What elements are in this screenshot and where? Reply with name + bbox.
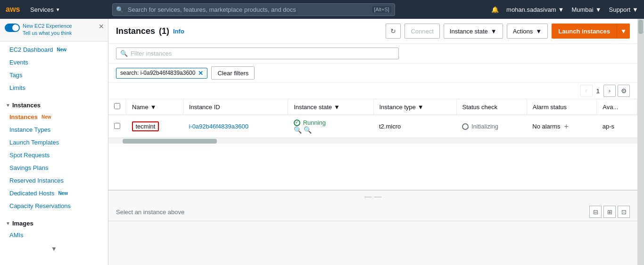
instance-type-value: t2.micro <box>379 123 401 130</box>
scrollbar-thumb[interactable] <box>638 20 643 34</box>
experience-text: New EC2 Experience Tell us what you thin… <box>23 23 72 37</box>
sidebar-item-spot-requests[interactable]: Spot Requests <box>0 149 108 161</box>
table-settings-button[interactable]: ⚙ <box>618 85 630 97</box>
select-all-header <box>108 99 126 115</box>
sidebar-item-instance-types[interactable]: Instance Types <box>0 123 108 136</box>
pagination-next-button[interactable]: › <box>603 85 616 97</box>
sidebar-section-instances[interactable]: ▼ Instances <box>0 98 108 111</box>
initializing-status: Initializing <box>462 123 521 130</box>
sidebar: New EC2 Experience Tell us what you thin… <box>0 19 108 265</box>
zoom-in-icon[interactable]: 🔍 <box>294 126 302 134</box>
actions-chevron-icon: ▼ <box>536 28 542 35</box>
actions-button[interactable]: Actions ▼ <box>507 24 548 39</box>
region-menu[interactable]: Mumbai ▼ <box>571 6 601 13</box>
main-content: Instances (1) Info ↻ Connect Instance st… <box>108 19 637 265</box>
row-checkbox[interactable] <box>114 123 120 129</box>
clear-filters-button[interactable]: Clear filters <box>211 66 255 80</box>
instance-state-sort-icon[interactable]: ▼ <box>334 104 340 111</box>
horizontal-scrollbar[interactable] <box>108 138 637 144</box>
ec2-dashboard-badge: New <box>57 47 67 52</box>
sidebar-instances-section: ▼ Instances Instances New Instance Types… <box>0 96 108 214</box>
sidebar-item-ec2-dashboard[interactable]: EC2 Dashboard New <box>0 43 108 56</box>
status-check-value: Initializing <box>471 123 498 130</box>
detail-panel-icons: ⊟ ⊞ ⊡ <box>589 206 630 218</box>
detail-expand-button[interactable]: ⊡ <box>618 206 630 218</box>
filter-input-container: 🔍 <box>116 48 399 59</box>
sidebar-item-launch-templates[interactable]: Launch Templates <box>0 136 108 149</box>
refresh-button[interactable]: ↻ <box>386 24 401 39</box>
sidebar-item-capacity-reservations[interactable]: Capacity Reservations <box>0 200 108 212</box>
filter-search-icon: 🔍 <box>120 50 128 57</box>
instance-state-button[interactable]: Instance state ▼ <box>444 24 503 39</box>
table-row[interactable]: tecmint i-0a92b46f4839a3600 Running <box>108 115 637 138</box>
global-search-input[interactable] <box>112 3 395 16</box>
info-link[interactable]: Info <box>173 28 184 35</box>
sidebar-item-tags[interactable]: Tags <box>0 69 108 81</box>
sidebar-item-savings-plans[interactable]: Savings Plans <box>0 161 108 174</box>
launch-instances-button[interactable]: Launch instances <box>552 24 617 39</box>
active-filter-tag: search: i-0a92b46f4839a3600 ✕ <box>116 68 207 79</box>
filter-instances-input[interactable] <box>131 50 395 57</box>
row-az-cell: ap-s <box>597 115 637 138</box>
scroll-thumb[interactable] <box>123 139 217 144</box>
experience-toggle[interactable] <box>5 24 20 32</box>
instances-data-table: Name ▼ Instance ID <box>108 99 637 138</box>
th-instance-type: Instance type ▼ <box>373 99 456 115</box>
drag-handle[interactable]: — — <box>108 191 637 203</box>
top-navigation: aws Services ▼ 🔍 [Alt+S] 🔔 mohan.sadasiv… <box>0 0 644 19</box>
table-header-row: Name ▼ Instance ID <box>108 99 637 115</box>
az-value: ap-s <box>603 123 614 130</box>
new-experience-banner: New EC2 Experience Tell us what you thin… <box>0 19 108 41</box>
panel-title: Instances (1) Info <box>116 26 184 36</box>
row-status-check-cell: Initializing <box>456 115 527 138</box>
region-chevron-icon: ▼ <box>595 6 602 13</box>
instance-type-sort-icon[interactable]: ▼ <box>418 104 424 111</box>
close-banner-button[interactable]: ✕ <box>99 23 104 30</box>
header-actions: ↻ Connect Instance state ▼ Actions ▼ <box>386 24 630 39</box>
support-chevron-icon: ▼ <box>632 6 638 13</box>
row-state-cell: Running 🔍 🔍 <box>288 115 373 138</box>
instances-badge: New <box>41 114 51 120</box>
sidebar-scroll-down[interactable]: ▼ <box>0 243 108 254</box>
running-status: Running <box>294 119 368 126</box>
services-menu[interactable]: Services ▼ <box>30 6 60 13</box>
instance-id-link[interactable]: i-0a92b46f4839a3600 <box>189 123 248 130</box>
zoom-out-icon[interactable]: 🔍 <box>304 126 312 134</box>
no-alarms: No alarms + <box>532 122 591 131</box>
connect-button[interactable]: Connect <box>405 24 439 39</box>
svg-text:aws: aws <box>6 5 20 13</box>
global-search: 🔍 [Alt+S] <box>112 3 395 16</box>
th-name: Name ▼ <box>126 99 183 115</box>
search-shortcut-badge: [Alt+S] <box>372 6 391 13</box>
name-sort-icon[interactable]: ▼ <box>150 104 157 111</box>
sidebar-section-images[interactable]: ▼ Images <box>0 216 108 229</box>
search-icon: 🔍 <box>116 6 124 13</box>
toggle-knob <box>12 24 19 31</box>
sidebar-item-instances[interactable]: Instances New <box>0 111 108 123</box>
sidebar-top-section: EC2 Dashboard New Events Tags Limits <box>0 41 108 96</box>
detail-split-horizontal-button[interactable]: ⊟ <box>589 206 602 218</box>
detail-panel-header: Select an instance above ⊟ ⊞ ⊡ <box>108 203 637 221</box>
th-instance-state: Instance state ▼ <box>288 99 373 115</box>
images-section-chevron: ▼ <box>6 221 10 226</box>
sidebar-item-dedicated-hosts[interactable]: Dedicated Hosts New <box>0 187 108 200</box>
row-alarm-status-cell: No alarms + <box>527 115 597 138</box>
pagination-prev-button[interactable]: ‹ <box>580 85 593 97</box>
detail-split-vertical-button[interactable]: ⊞ <box>603 206 616 218</box>
support-menu[interactable]: Support ▼ <box>609 6 638 13</box>
sidebar-item-events[interactable]: Events <box>0 56 108 69</box>
aws-logo[interactable]: aws <box>6 4 23 15</box>
select-all-checkbox[interactable] <box>114 103 120 109</box>
filter-tag-close-button[interactable]: ✕ <box>198 70 203 77</box>
launch-instances-split-button: Launch instances ▼ <box>552 24 630 39</box>
notifications-icon[interactable]: 🔔 <box>491 6 499 13</box>
sidebar-item-amis[interactable]: AMIs <box>0 229 108 241</box>
sidebar-item-reserved-instances[interactable]: Reserved Instances <box>0 174 108 187</box>
row-name-cell: tecmint <box>126 115 183 138</box>
add-alarm-button[interactable]: + <box>564 122 569 131</box>
sidebar-item-limits[interactable]: Limits <box>0 81 108 94</box>
user-menu[interactable]: mohan.sadasivam ▼ <box>506 6 564 13</box>
th-alarm-status: Alarm status <box>527 99 597 115</box>
vertical-scrollbar[interactable] <box>637 19 644 265</box>
launch-instances-dropdown-button[interactable]: ▼ <box>617 24 630 39</box>
